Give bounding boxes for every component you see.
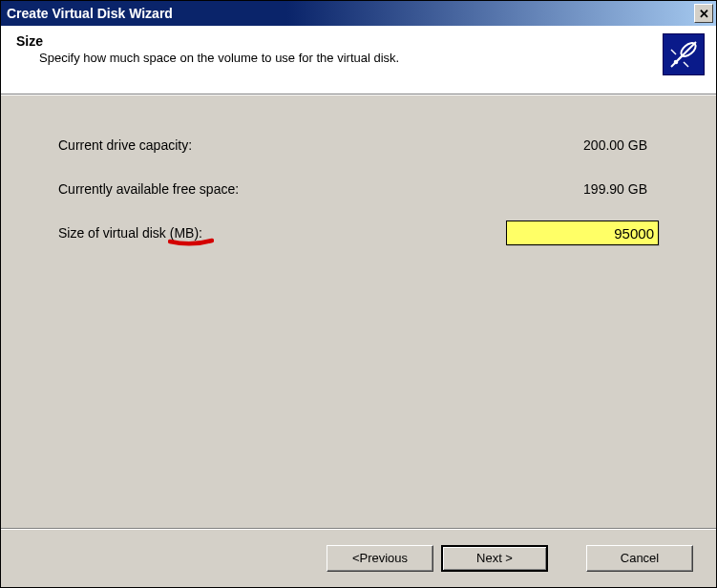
- red-underline-annotation: [168, 238, 214, 247]
- close-icon: ✕: [699, 8, 709, 20]
- capacity-label: Current drive capacity:: [58, 137, 373, 153]
- page-title: Size: [16, 33, 399, 49]
- titlebar: Create Virtual Disk Wizard ✕: [1, 1, 716, 26]
- freespace-label: Currently available free space:: [58, 181, 373, 197]
- svg-point-3: [674, 60, 679, 65]
- close-button[interactable]: ✕: [694, 4, 713, 23]
- svg-line-4: [671, 50, 676, 54]
- cancel-button[interactable]: Cancel: [586, 545, 693, 572]
- row-size: Size of virtual disk (MB):: [58, 221, 659, 244]
- wizard-header: Size Specify how much space on the volum…: [1, 26, 716, 94]
- size-label: Size of virtual disk (MB):: [58, 225, 373, 241]
- row-capacity: Current drive capacity: 200.00 GB: [58, 134, 659, 157]
- wizard-footer: <Previous Next > Cancel: [1, 528, 716, 587]
- satellite-disk-icon: [665, 36, 702, 73]
- wizard-content: Current drive capacity: 200.00 GB Curren…: [1, 94, 716, 528]
- header-text: Size Specify how much space on the volum…: [16, 33, 399, 94]
- next-button[interactable]: Next >: [441, 545, 548, 572]
- capacity-value: 200.00 GB: [506, 137, 659, 153]
- size-input[interactable]: [506, 220, 659, 245]
- window-title: Create Virtual Disk Wizard: [7, 6, 173, 21]
- row-freespace: Currently available free space: 199.90 G…: [58, 178, 659, 200]
- freespace-value: 199.90 GB: [506, 181, 659, 197]
- previous-button[interactable]: <Previous: [327, 545, 433, 572]
- wizard-icon: [663, 33, 705, 75]
- svg-line-5: [684, 62, 688, 67]
- page-subtitle: Specify how much space on the volume to …: [16, 51, 399, 65]
- size-label-prefix: Size of virtual disk: [58, 225, 170, 241]
- size-label-unit-wrap: (MB): [170, 225, 199, 241]
